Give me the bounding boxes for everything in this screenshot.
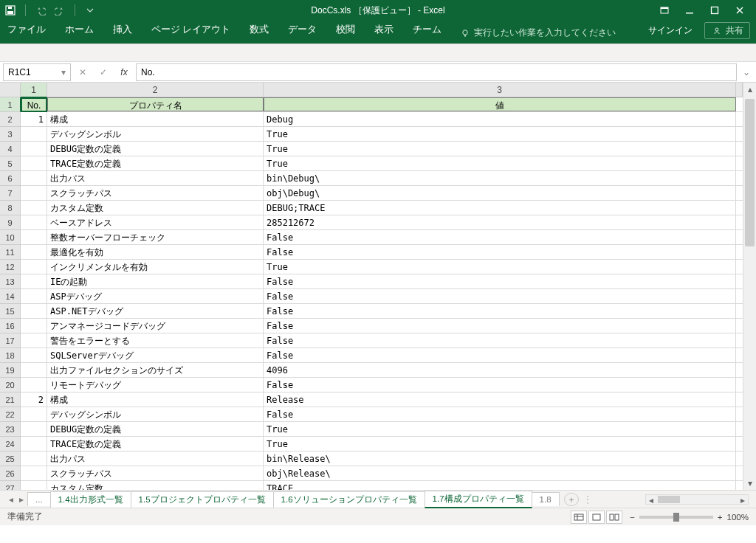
cell-no[interactable] — [21, 319, 47, 333]
tab-formulas[interactable]: 数式 — [248, 21, 270, 39]
row-header[interactable]: 12 — [0, 260, 21, 274]
cell-property-name[interactable]: ベースアドレス — [47, 215, 264, 229]
column-header[interactable] — [736, 83, 743, 97]
cell-no[interactable] — [21, 274, 47, 288]
cell-value[interactable]: False — [264, 378, 736, 392]
tell-me-search[interactable]: 実行したい作業を入力してください — [459, 27, 616, 39]
row-header[interactable]: 23 — [0, 422, 21, 437]
row-header[interactable]: 14 — [0, 289, 21, 304]
cell-value[interactable]: False — [264, 274, 736, 288]
page-layout-view-icon[interactable] — [588, 511, 605, 524]
row-header[interactable]: 10 — [0, 230, 21, 245]
scroll-right-icon[interactable]: ▸ — [738, 495, 748, 505]
cell-property-name[interactable]: アンマネージコードデバッグ — [47, 319, 264, 333]
row-header[interactable]: 20 — [0, 378, 21, 392]
sheet-tab[interactable]: 1.4出力形式一覧 — [50, 491, 131, 508]
sheet-nav-prev-icon[interactable]: ◂ — [9, 494, 13, 505]
scrollbar-thumb[interactable] — [745, 99, 755, 246]
row-header[interactable]: 22 — [0, 407, 21, 422]
sheet-nav-next-icon[interactable]: ▸ — [19, 494, 24, 505]
row-header[interactable]: 17 — [0, 333, 21, 348]
row-header[interactable]: 24 — [0, 437, 21, 452]
cell-property-name[interactable]: IEの起動 — [47, 274, 264, 288]
cell-value[interactable]: True — [264, 260, 736, 274]
cancel-formula-icon[interactable]: ✕ — [74, 63, 92, 81]
maximize-icon[interactable] — [709, 4, 721, 16]
row-header[interactable]: 3 — [0, 127, 21, 142]
cell-property-name[interactable]: ASP.NETデバッグ — [47, 304, 264, 318]
cell-value[interactable]: bin\Release\ — [264, 452, 736, 466]
sheet-tab[interactable]: 1.6ソリューションプロパティ一覧 — [273, 491, 425, 508]
cell-no[interactable] — [21, 201, 47, 215]
row-header[interactable]: 27 — [0, 481, 21, 490]
cell-no[interactable] — [21, 333, 47, 347]
cell-value[interactable]: False — [264, 333, 736, 347]
row-header[interactable]: 5 — [0, 156, 21, 171]
sheet-tab[interactable]: 1.8 — [532, 492, 560, 506]
cell-value[interactable]: False — [264, 319, 736, 333]
row-header[interactable]: 21 — [0, 392, 21, 407]
cell-no[interactable] — [21, 437, 47, 451]
tab-pagelayout[interactable]: ページ レイアウト — [150, 21, 232, 39]
cell-property-name[interactable]: 出力ファイルセクションのサイズ — [47, 363, 264, 377]
cell-no[interactable] — [21, 215, 47, 229]
scrollbar-thumb[interactable] — [658, 496, 680, 503]
scroll-up-icon[interactable]: ▴ — [743, 83, 756, 96]
cell-value[interactable]: True — [264, 437, 736, 451]
cell-no[interactable] — [21, 171, 47, 185]
cell-value[interactable]: True — [264, 156, 736, 170]
cell-property-name[interactable]: 構成 — [47, 112, 264, 126]
cell-no[interactable] — [21, 127, 47, 141]
row-header[interactable]: 13 — [0, 274, 21, 289]
cell-property-name[interactable]: 警告をエラーとする — [47, 333, 264, 347]
sheet-tab-active[interactable]: 1.7構成プロパティ一覧 — [425, 491, 532, 508]
ribbon-display-icon[interactable] — [659, 4, 670, 16]
tab-home[interactable]: ホーム — [63, 21, 95, 39]
enter-formula-icon[interactable]: ✓ — [94, 63, 112, 81]
page-break-view-icon[interactable] — [606, 511, 622, 524]
cell-property-name[interactable]: デバッグシンボル — [47, 127, 264, 141]
chevron-down-icon[interactable]: ▾ — [61, 67, 66, 77]
cell-value[interactable]: True — [264, 142, 736, 156]
cell-property-name[interactable]: DEBUG定数の定義 — [47, 142, 264, 156]
name-box[interactable]: R1C1 ▾ — [3, 63, 71, 81]
cell-no[interactable] — [21, 348, 47, 362]
cell-value[interactable]: Debug — [264, 112, 736, 126]
row-header[interactable]: 6 — [0, 171, 21, 186]
cell-no[interactable] — [21, 452, 47, 466]
undo-icon[interactable] — [35, 4, 47, 16]
row-header[interactable]: 7 — [0, 186, 21, 201]
zoom-out-icon[interactable]: − — [630, 513, 635, 522]
worksheet-grid[interactable]: 1 2 3 1234567891011121314151617181920212… — [0, 83, 756, 490]
cell-value[interactable]: False — [264, 348, 736, 362]
header-property-name[interactable]: プロパティ名 — [47, 97, 264, 111]
cell-value[interactable]: True — [264, 127, 736, 141]
cell-no[interactable] — [21, 407, 47, 421]
cell-no[interactable] — [21, 466, 47, 480]
cell-no[interactable]: 1 — [21, 112, 47, 126]
cell-value[interactable]: False — [264, 230, 736, 244]
cell-value[interactable]: False — [264, 289, 736, 303]
tab-team[interactable]: チーム — [411, 21, 443, 39]
cell-no[interactable] — [21, 156, 47, 170]
cell-property-name[interactable]: スクラッチパス — [47, 186, 264, 200]
horizontal-scrollbar[interactable]: ◂ ▸ — [645, 494, 749, 505]
sheet-tab-more[interactable]: ... — [27, 492, 51, 506]
zoom-slider[interactable] — [639, 516, 713, 519]
cell-property-name[interactable]: 構成 — [47, 392, 264, 407]
cell-property-name[interactable]: DEBUG定数の定義 — [47, 422, 264, 436]
cell-property-name[interactable]: リモートデバッグ — [47, 378, 264, 392]
formula-expand-icon[interactable]: ⌄ — [740, 67, 753, 77]
cell-property-name[interactable]: カスタム定数 — [47, 481, 264, 490]
cell-no[interactable] — [21, 245, 47, 259]
header-value[interactable]: 値 — [264, 97, 736, 111]
zoom-level[interactable]: 100% — [727, 513, 749, 522]
cell-value[interactable]: False — [264, 245, 736, 259]
cell-value[interactable]: TRACE — [264, 481, 736, 490]
row-header[interactable]: 8 — [0, 201, 21, 215]
cell-property-name[interactable]: SQLServerデバッグ — [47, 348, 264, 362]
fx-icon[interactable]: fx — [115, 63, 133, 81]
cell-no[interactable] — [21, 363, 47, 377]
tab-review[interactable]: 校閲 — [334, 21, 357, 39]
cell-property-name[interactable]: 最適化を有効 — [47, 245, 264, 259]
